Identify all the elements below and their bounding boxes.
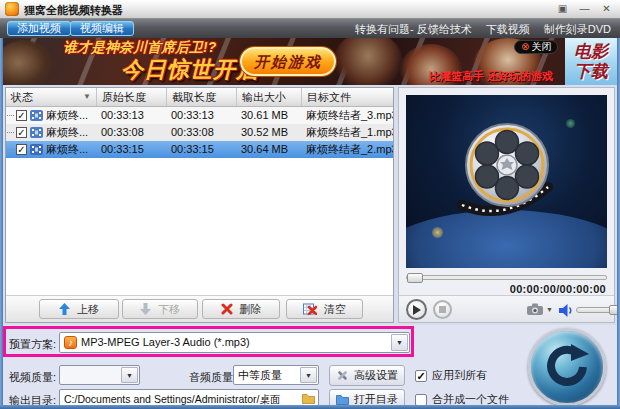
window-border <box>0 38 3 409</box>
video-file-icon <box>30 110 43 121</box>
preset-label: 预置方案: <box>9 337 56 352</box>
column-header-original-length[interactable]: 原始长度 <box>97 88 167 106</box>
original-length: 00:33:13 <box>101 107 167 124</box>
target-file: 麻烦终结者_3.mp3 <box>306 107 393 124</box>
tools-icon <box>336 369 349 382</box>
ad-banner[interactable]: 谁才是神奈川首席后卫!? 今日惊世开启 开始游戏 ⊗ 关闭 比灌篮高手 还好玩的… <box>3 38 617 85</box>
glow-dot <box>432 227 443 238</box>
open-folder-icon <box>336 394 349 405</box>
clear-list-icon <box>303 303 317 315</box>
up-arrow-icon <box>59 303 70 315</box>
burn-dvd-link[interactable]: 制作刻录DVD <box>544 22 611 37</box>
table-header: 状态▼ 原始长度 截取长度 输出大小 目标文件 <box>6 88 393 107</box>
tree-line <box>7 132 14 133</box>
table-row[interactable]: ✓麻烦终... 00:33:13 00:33:13 30.61 MB 麻烦终结者… <box>6 107 393 124</box>
column-header-output-size[interactable]: 输出大小 <box>237 88 302 106</box>
filter-arrow-icon[interactable]: ▼ <box>83 88 91 106</box>
snapshot-button[interactable]: ▼ <box>527 303 553 315</box>
audio-quality-select[interactable]: 中等质量 ▼ <box>233 365 319 385</box>
banner-character-art <box>333 38 403 85</box>
apply-to-all-checkbox[interactable]: ✓ 应用到所有 <box>415 368 487 383</box>
table-row[interactable]: ✓麻烦终... 00:33:08 00:33:08 30.52 MB 麻烦终结者… <box>6 124 393 141</box>
minimize-button[interactable]: — <box>577 2 592 16</box>
preset-select[interactable]: ♪MP3-MPEG Layer-3 Audio (*.mp3) ▼ <box>59 332 410 353</box>
video-quality-arrow-icon[interactable]: ▼ <box>121 367 138 383</box>
column-header-status[interactable]: 状态▼ <box>6 88 97 106</box>
toolbar: 添加视频 视频编辑 转换有问题- 反馈给技术 下载视频 制作刻录DVD <box>0 19 620 38</box>
audio-quality-value: 中等质量 <box>238 366 299 385</box>
preview-panel: 00:00:00/00:00:00 ▼ <box>398 87 615 323</box>
banner-close-button[interactable]: ⊗ 关闭 <box>514 40 558 54</box>
skin-button[interactable]: ▣ <box>555 2 570 16</box>
cut-length: 00:33:08 <box>171 124 237 141</box>
file-name: 麻烦终... <box>46 107 88 124</box>
delete-button[interactable]: 删除 <box>202 299 280 319</box>
seek-bar[interactable] <box>406 275 607 280</box>
target-file: 麻烦终结者_2.mp3 <box>306 141 393 158</box>
play-button[interactable] <box>406 299 427 320</box>
seek-handle[interactable] <box>407 273 423 283</box>
mute-button[interactable] <box>559 303 574 321</box>
download-video-link[interactable]: 下载视频 <box>486 22 530 37</box>
convert-button[interactable] <box>528 328 606 406</box>
target-file: 麻烦终结者_1.mp3 <box>306 124 393 141</box>
settings-panel: 预置方案: ♪MP3-MPEG Layer-3 Audio (*.mp3) ▼ … <box>3 325 617 405</box>
speaker-icon <box>559 304 574 317</box>
add-video-button[interactable]: 添加视频 <box>7 21 71 36</box>
original-length: 00:33:15 <box>101 141 167 158</box>
volume-slider[interactable] <box>576 307 620 313</box>
window-controls: ▣ — ✕ <box>555 2 614 16</box>
window-title: 狸窝全能视频转换器 <box>24 3 123 18</box>
down-arrow-icon <box>140 303 151 315</box>
window-border <box>0 405 620 409</box>
convert-arrow-icon <box>544 344 590 390</box>
file-list-panel: 状态▼ 原始长度 截取长度 输出大小 目标文件 ✓麻烦终... 00:33:13… <box>5 87 394 323</box>
stop-button[interactable] <box>433 300 452 319</box>
snapshot-menu-arrow-icon[interactable]: ▼ <box>546 306 553 313</box>
film-reel-icon <box>444 113 570 239</box>
video-file-icon <box>30 127 43 138</box>
row-checkbox[interactable]: ✓ <box>16 127 27 138</box>
cut-length: 00:33:15 <box>171 141 237 158</box>
apply-to-all-label: 应用到所有 <box>432 368 487 383</box>
audio-quality-arrow-icon[interactable]: ▼ <box>300 367 317 383</box>
move-up-button[interactable]: 上移 <box>39 299 119 319</box>
start-game-button[interactable]: 开始游戏 <box>240 47 336 76</box>
row-checkbox[interactable]: ✓ <box>16 144 27 155</box>
tree-line <box>7 149 14 150</box>
file-name: 麻烦终... <box>46 124 88 141</box>
advanced-settings-button[interactable]: 高级设置 <box>329 365 405 386</box>
mp3-format-icon: ♪ <box>64 336 77 349</box>
close-button[interactable]: ✕ <box>599 2 614 16</box>
video-file-icon <box>30 144 43 155</box>
column-header-target-file[interactable]: 目标文件 <box>302 88 393 106</box>
playback-time: 00:00:00/00:00:00 <box>510 283 606 295</box>
feedback-link[interactable]: 转换有问题- 反馈给技术 <box>355 22 472 37</box>
list-toolbar: 上移 下移 删除 清空 <box>6 295 393 322</box>
banner-subheadline: 今日惊世开启 <box>121 55 259 85</box>
video-quality-select[interactable]: ▼ <box>59 365 140 385</box>
table-row-selected[interactable]: ✓麻烦终... 00:33:15 00:33:15 30.64 MB 麻烦终结者… <box>6 141 393 158</box>
banner-tagline: 比灌篮高手 还好玩的游戏 <box>429 69 553 84</box>
browse-folder-icon[interactable] <box>302 393 315 404</box>
toolbar-links: 转换有问题- 反馈给技术 下载视频 制作刻录DVD <box>355 22 611 37</box>
row-checkbox[interactable]: ✓ <box>16 110 27 121</box>
move-down-button[interactable]: 下移 <box>122 299 198 319</box>
clear-button[interactable]: 清空 <box>286 299 363 319</box>
app-window: 狸窝全能视频转换器 ▣ — ✕ 添加视频 视频编辑 转换有问题- 反馈给技术 下… <box>0 0 620 409</box>
column-header-cut-length[interactable]: 截取长度 <box>167 88 237 106</box>
preset-value: MP3-MPEG Layer-3 Audio (*.mp3) <box>81 333 250 352</box>
movie-download-link[interactable]: 电影 下载 <box>565 38 617 85</box>
output-size: 30.61 MB <box>241 107 302 124</box>
cut-length: 00:33:13 <box>171 107 237 124</box>
banner-close-label: 关闭 <box>531 41 551 53</box>
output-size: 30.64 MB <box>241 141 302 158</box>
preset-dropdown-arrow-icon[interactable]: ▼ <box>391 334 408 351</box>
checkbox-unchecked[interactable] <box>415 394 427 406</box>
titlebar: 狸窝全能视频转换器 ▣ — ✕ <box>0 0 620 19</box>
tree-line <box>7 115 14 116</box>
checkbox-checked[interactable]: ✓ <box>415 370 427 382</box>
file-name: 麻烦终... <box>46 141 88 158</box>
edit-video-button[interactable]: 视频编辑 <box>70 21 134 36</box>
video-quality-label: 视频质量: <box>9 370 56 385</box>
